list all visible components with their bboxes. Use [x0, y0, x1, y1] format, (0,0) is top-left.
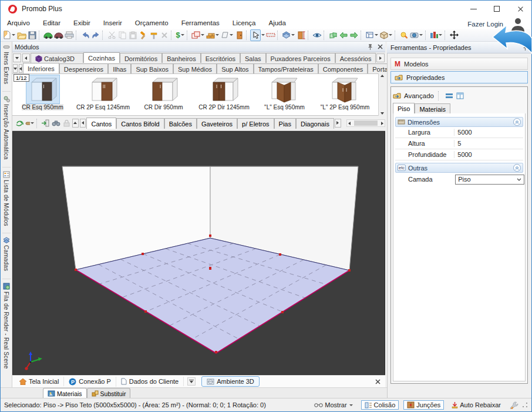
minimize-button[interactable]	[464, 2, 482, 15]
report-columns-button[interactable]	[429, 29, 443, 41]
budget-button[interactable]: $	[175, 29, 186, 41]
wrench-icon[interactable]	[510, 401, 518, 409]
group-dimensoes-header[interactable]: Dimensões	[395, 117, 523, 127]
pin-icon[interactable]	[366, 43, 373, 50]
sidebar-item-itens-extras[interactable]: Itens Extras	[3, 44, 10, 84]
group-tabs-menu-button[interactable]	[13, 64, 18, 73]
tab-materiais-prop[interactable]: Materiais	[415, 103, 450, 113]
menu-orcamento[interactable]: Orçamento	[129, 18, 175, 28]
tab-cantos-bifold[interactable]: Cantos Bifold	[116, 118, 164, 129]
tab-dormitorios[interactable]: Dormitórios	[120, 53, 162, 63]
wall-builder-button[interactable]	[206, 29, 220, 41]
menu-ajuda[interactable]: Ajuda	[262, 18, 292, 28]
viewport-3d[interactable]	[12, 131, 385, 375]
scroll-up-icon[interactable]	[381, 75, 384, 77]
tab-ambiente-3d[interactable]: Ambiente 3D	[201, 376, 260, 387]
module-item-cr-dir-950[interactable]: CR Dir 950mm	[133, 74, 194, 115]
tab-tela-inicial[interactable]: Tela Inicial	[15, 377, 64, 386]
copy-button[interactable]	[117, 29, 127, 41]
avancado-button[interactable]: Avançado	[404, 92, 434, 99]
tab-sup-medios[interactable]: Sup Médios	[173, 63, 217, 73]
category-scroll-right[interactable]	[335, 119, 341, 128]
tab-p-eletros[interactable]: p/ Eletros	[237, 118, 274, 129]
tab-componentes[interactable]: Componentes	[318, 63, 368, 73]
measure-tool-button[interactable]	[149, 29, 159, 41]
tab-banheiros[interactable]: Banheiros	[162, 53, 201, 63]
resize-grip[interactable]	[522, 402, 528, 408]
list-view-icon[interactable]	[445, 92, 453, 99]
tab-escritorios[interactable]: Escritórios	[201, 53, 240, 63]
juncoes-button[interactable]: Junções	[403, 400, 444, 410]
maximize-button[interactable]	[488, 2, 506, 15]
filter-button[interactable]	[25, 118, 35, 129]
collapse-dimensoes-button[interactable]	[513, 118, 521, 126]
promob-stop-button[interactable]	[53, 29, 64, 41]
camada-select[interactable]: Piso	[455, 175, 524, 185]
light-edit-button[interactable]	[399, 29, 409, 41]
property-value-largura[interactable]: 5000	[454, 129, 523, 136]
tab-dados-do-cliente[interactable]: Dados do Cliente	[116, 377, 184, 386]
module-item-cr-2p-dir-1245[interactable]: CR 2P Dir 1245mm	[194, 74, 254, 115]
scroll-down-icon[interactable]	[381, 112, 384, 115]
view-mode-button[interactable]	[365, 29, 379, 41]
category-collapse-button[interactable]	[72, 119, 79, 128]
door-dimension-button[interactable]	[296, 29, 307, 41]
ruler-button[interactable]	[265, 29, 276, 41]
doc-tab-close-icon[interactable]	[375, 379, 381, 384]
tab-cantos[interactable]: Cantos	[86, 118, 116, 129]
visibility-eye-button[interactable]	[312, 29, 322, 41]
select-cursor-button[interactable]	[250, 29, 261, 41]
hscroll-right-icon[interactable]	[381, 122, 383, 125]
paste-button[interactable]	[127, 29, 138, 41]
property-value-altura[interactable]: 5	[454, 140, 523, 147]
sidebar-item-camadas[interactable]: Camadas	[3, 237, 10, 271]
doc-tabs-list-button[interactable]	[187, 377, 196, 386]
modules-close-icon[interactable]	[378, 44, 383, 49]
camera-button[interactable]	[409, 29, 424, 41]
promob-go-button[interactable]	[43, 29, 53, 41]
tab-catalog3d[interactable]: Catalog3D	[31, 53, 83, 63]
build-tool-button[interactable]	[138, 29, 149, 41]
layers-button[interactable]	[281, 29, 296, 41]
mostrar-button[interactable]: Mostrar	[311, 401, 356, 409]
hscroll-thumb[interactable]	[354, 120, 378, 126]
menu-exibir[interactable]: Exibir	[67, 18, 97, 28]
table-view-icon[interactable]	[456, 92, 464, 99]
auto-rebaixar-button[interactable]: Auto Rebaixar	[449, 401, 504, 409]
delete-button[interactable]	[159, 29, 170, 41]
lock-button[interactable]	[61, 118, 72, 129]
shape-tool-button[interactable]	[220, 29, 234, 41]
search-binoculars-button[interactable]	[50, 118, 61, 129]
tab-cozinhas[interactable]: Cozinhas	[83, 52, 120, 63]
tab-materiais[interactable]: Materiais	[43, 388, 87, 398]
fazer-login-link[interactable]: Fazer Login	[467, 21, 503, 28]
nav-propriedades[interactable]: Propriedades	[390, 71, 528, 83]
thumbnails-scrollbar[interactable]	[378, 73, 385, 116]
menu-ferramentas[interactable]: Ferramentas	[175, 18, 226, 28]
next-view-button[interactable]	[349, 29, 359, 41]
refresh-catalog-button[interactable]	[14, 118, 25, 129]
tab-gaveteiros[interactable]: Gaveteiros	[197, 118, 237, 129]
group-outras-header[interactable]: etc Outras	[395, 163, 523, 173]
hscroll-left-icon[interactable]	[348, 122, 351, 125]
catalog-tabs-menu-button[interactable]	[13, 53, 21, 62]
print-button[interactable]	[64, 29, 75, 41]
group-tabs-scroll-left[interactable]	[19, 64, 22, 73]
sidebar-item-fila-de-render[interactable]: Fila de Render - Real Scene	[3, 283, 10, 369]
menu-arquivo[interactable]: Arquivo	[1, 18, 36, 28]
tab-tampos-prateleiras[interactable]: Tampos/Prateleiras	[254, 63, 318, 73]
group-modules-button[interactable]	[328, 29, 338, 41]
new-file-button[interactable]	[2, 29, 16, 41]
collapse-outras-button[interactable]	[513, 164, 521, 172]
catalog-tabs-scroll-right[interactable]	[376, 53, 385, 62]
redo-button[interactable]	[90, 29, 101, 41]
tab-conexao-p[interactable]: P Conexão P	[64, 377, 116, 387]
tab-despenseiros[interactable]: Despenseiros	[59, 63, 108, 73]
tab-piso[interactable]: Piso	[393, 103, 415, 113]
cut-button[interactable]	[106, 29, 117, 41]
module-item-cr-2p-esq-1245[interactable]: CR 2P Esq 1245mm	[73, 74, 133, 115]
menu-editar[interactable]: Editar	[36, 18, 67, 28]
tab-ilhas[interactable]: Ilhas	[108, 63, 131, 73]
sidebar-item-lista-de-modulos[interactable]: Lista de Módulos	[3, 171, 10, 226]
tab-pias[interactable]: Pias	[274, 118, 296, 129]
